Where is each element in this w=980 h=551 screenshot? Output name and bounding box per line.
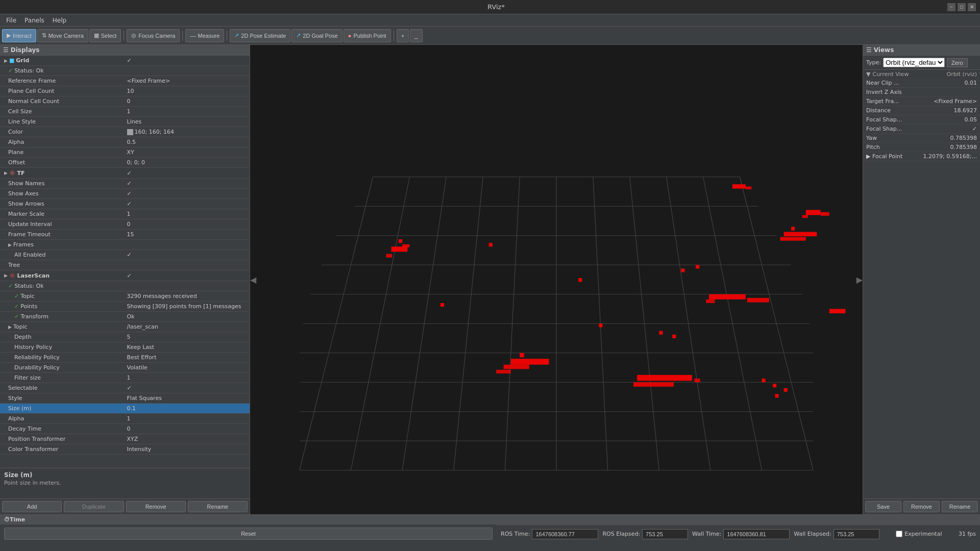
- tf-show-axes-row: Show Axes ✓: [0, 189, 250, 199]
- views-type-select[interactable]: Orbit (rviz_defau: [883, 58, 945, 67]
- toolbar: ▶ Interact ⇅ Move Camera ▦ Select ◎ Focu…: [0, 27, 980, 45]
- laser-topic-expand[interactable]: ▶: [8, 324, 12, 330]
- bottom-row: Reset ROS Time: ROS Elapsed: Wall Time: …: [0, 524, 980, 543]
- focal-shape1-label: Focal Shap...: [866, 116, 965, 123]
- laserscan-row[interactable]: ▶ ⚛ LaserScan ✓: [0, 270, 250, 281]
- menu-help[interactable]: Help: [48, 16, 70, 25]
- grid-offset-row: Offset 0; 0; 0: [0, 158, 250, 168]
- laser-status-label: Status: Ok: [14, 283, 43, 289]
- move-camera-button[interactable]: ⇅ Move Camera: [37, 29, 88, 42]
- window-controls: − □ ✕: [947, 3, 976, 11]
- time-bar: ROS Time: ROS Elapsed: Wall Time: Wall E…: [497, 524, 980, 543]
- displays-buttons: Add Duplicate Remove Rename: [0, 498, 250, 514]
- svg-rect-47: [637, 375, 692, 381]
- views-rename-button[interactable]: Rename: [942, 501, 978, 512]
- current-view-expand[interactable]: ▼: [866, 71, 870, 78]
- goal2d-button[interactable]: ↗ 2D Goal Pose: [291, 29, 342, 42]
- grid-ref-frame-row: Reference Frame <Fixed Frame>: [0, 76, 250, 86]
- grid-expand-arrow[interactable]: ▶: [4, 58, 8, 63]
- focal-shape1-row: Focal Shap... 0.05: [863, 115, 980, 124]
- tf-tree-row: Tree: [0, 260, 250, 270]
- viewport-collapse-right[interactable]: ▶: [856, 275, 863, 285]
- grid-line-style-row: Line Style Lines: [0, 117, 250, 127]
- add-tool-button[interactable]: +: [397, 29, 409, 42]
- measure-button[interactable]: — Measure: [185, 29, 224, 42]
- views-zero-button[interactable]: Zero: [947, 58, 968, 67]
- move-camera-icon: ⇅: [42, 32, 46, 39]
- title-bar: RViz* − □ ✕: [0, 0, 980, 14]
- tf-frames-expand[interactable]: ▶: [8, 242, 12, 247]
- focal-point-expand[interactable]: ▶: [866, 153, 870, 160]
- distance-row: Distance 18.6927: [863, 106, 980, 115]
- ros-elapsed-label: ROS Elapsed:: [602, 531, 640, 537]
- interact-button[interactable]: ▶ Interact: [2, 29, 36, 42]
- grid-plane-row: Plane XY: [0, 147, 250, 158]
- grid-checkbox[interactable]: ✓: [127, 57, 132, 64]
- viewport-collapse-left[interactable]: ◀: [250, 275, 256, 285]
- ros-elapsed-input[interactable]: [642, 529, 688, 539]
- publish-point-button[interactable]: ● Publish Point: [344, 29, 391, 42]
- menu-file[interactable]: File: [2, 16, 20, 25]
- tf-icon: ⚛: [9, 169, 16, 177]
- tf-row[interactable]: ▶ ⚛ TF ✓: [0, 168, 250, 179]
- menu-panels[interactable]: Panels: [20, 16, 48, 25]
- tf-show-names-row: Show Names ✓: [0, 179, 250, 189]
- close-button[interactable]: ✕: [968, 3, 976, 11]
- toolbar-separator-4: [394, 31, 394, 41]
- prop-desc: Point size in meters.: [4, 480, 246, 486]
- laser-position-transformer-row: Position Transformer XYZ: [0, 434, 250, 444]
- experimental-checkbox-group: Experimental: [896, 531, 942, 537]
- add-button[interactable]: Add: [2, 501, 62, 512]
- time-header-label: Time: [10, 516, 25, 523]
- views-remove-button[interactable]: Remove: [903, 501, 940, 512]
- options-button[interactable]: ⎯: [410, 29, 423, 42]
- laser-expand-arrow[interactable]: ▶: [4, 273, 8, 278]
- grid-row[interactable]: ▶ ■ Grid ✓: [0, 56, 250, 66]
- viewport[interactable]: ◀ ▶: [250, 45, 863, 514]
- toolbar-separator-3: [227, 31, 227, 41]
- tf-all-enabled-row: All Enabled ✓: [0, 250, 250, 260]
- svg-rect-32: [489, 243, 493, 246]
- grid-status-row: ✓ Status: Ok: [0, 66, 250, 76]
- yaw-row: Yaw 0.785398: [863, 134, 980, 143]
- tf-expand-arrow[interactable]: ▶: [4, 170, 8, 176]
- remove-button[interactable]: Remove: [126, 501, 186, 512]
- duplicate-button[interactable]: Duplicate: [64, 501, 124, 512]
- reset-button[interactable]: Reset: [4, 528, 493, 540]
- svg-rect-51: [773, 384, 776, 387]
- laser-checkbox[interactable]: ✓: [127, 272, 132, 279]
- pose2d-button[interactable]: ↗ 2D Pose Estimate: [230, 29, 290, 42]
- laser-size-row[interactable]: Size (m) 0.1: [0, 404, 250, 414]
- ros-time-input[interactable]: [532, 529, 598, 539]
- focal-point-row: ▶ Focal Point 1.2079; 0.59168;...: [863, 152, 980, 161]
- focus-camera-button[interactable]: ◎ Focus Camera: [127, 29, 180, 42]
- wall-elapsed-input[interactable]: [834, 529, 879, 539]
- target-frame-row: Target Fra... <Fixed Frame>: [863, 97, 980, 106]
- svg-rect-33: [791, 227, 795, 231]
- grid-plane-cell-row: Plane Cell Count 10: [0, 86, 250, 96]
- grid-status-label: Status: Ok: [14, 67, 43, 74]
- ros-elapsed-field: ROS Elapsed:: [602, 529, 688, 539]
- views-save-button[interactable]: Save: [865, 501, 901, 512]
- grid-alpha-row: Alpha 0.5: [0, 137, 250, 147]
- wall-elapsed-field: Wall Elapsed:: [794, 529, 879, 539]
- rename-button[interactable]: Rename: [188, 501, 248, 512]
- views-panel: ☰ Views Type: Orbit (rviz_defau Zero ▼ C…: [863, 45, 980, 514]
- svg-rect-49: [694, 379, 700, 382]
- menu-bar: File Panels Help: [0, 14, 980, 27]
- tf-checkbox[interactable]: ✓: [127, 170, 132, 177]
- svg-rect-39: [709, 294, 746, 299]
- svg-rect-48: [633, 382, 674, 387]
- svg-rect-28: [399, 239, 402, 243]
- displays-scroll[interactable]: ▶ ■ Grid ✓ ✓ Status: Ok Reference Frame …: [0, 56, 250, 468]
- maximize-button[interactable]: □: [958, 3, 966, 11]
- near-clip-label: Near Clip ...: [866, 80, 965, 86]
- svg-rect-40: [747, 298, 769, 303]
- laser-color-transformer-row: Color Transformer Intensity: [0, 444, 250, 455]
- experimental-checkbox[interactable]: [896, 531, 902, 537]
- select-button[interactable]: ▦ Select: [89, 29, 121, 42]
- current-view-type: Orbit (rviz): [947, 71, 977, 78]
- svg-rect-36: [696, 265, 699, 268]
- minimize-button[interactable]: −: [947, 3, 955, 11]
- wall-time-input[interactable]: [723, 529, 790, 539]
